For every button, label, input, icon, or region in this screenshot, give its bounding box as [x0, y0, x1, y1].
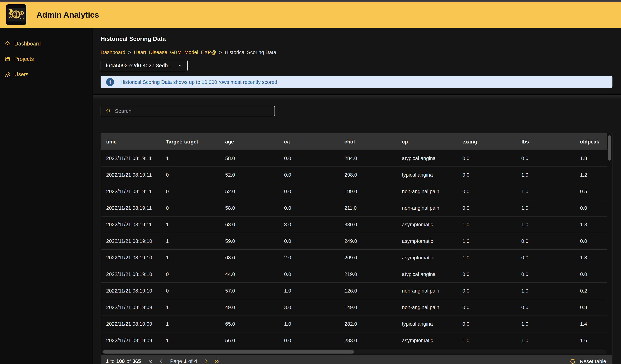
table-cell: 1.8 [580, 222, 607, 227]
table-row: 2022/11/21 08:19:09149.03.0149.0non-angi… [101, 299, 607, 316]
last-page-button[interactable] [213, 358, 221, 364]
table-cell: 284.0 [345, 156, 402, 161]
chevron-right-icon [203, 359, 209, 364]
column-header-age[interactable]: age [225, 139, 284, 145]
range-to: 100 [116, 358, 125, 364]
breadcrumb-link-dashboard[interactable]: Dashboard [101, 50, 125, 55]
table-cell: 49.0 [225, 305, 284, 310]
table-cell: asymptomatic [402, 222, 462, 227]
table-toolbar [93, 100, 621, 116]
table-cell: 0.0 [462, 321, 521, 327]
table-cell: 0.0 [521, 156, 580, 161]
table-cell: 1 [166, 222, 225, 227]
users-icon [4, 71, 10, 77]
table-cell: 58.0 [225, 205, 284, 211]
table-cell: 2022/11/21 08:19:10 [106, 255, 166, 261]
table-cell: non-anginal pain [402, 288, 462, 294]
table-cell: 0.0 [284, 172, 345, 178]
section-divider [93, 94, 621, 100]
column-header-oldpeak[interactable]: oldpeak [580, 139, 607, 145]
table-cell: 1 [166, 238, 225, 244]
sidebar: Dashboard Projects Users [0, 28, 93, 364]
app-header: Admin Analytics [0, 1, 621, 28]
table-cell: non-anginal pain [402, 189, 462, 194]
table-cell: typical angina [402, 172, 462, 178]
table-cell: 1.0 [462, 238, 521, 244]
column-header-cp[interactable]: cp [402, 139, 462, 145]
page-current: 1 [184, 358, 187, 364]
sidebar-item-users[interactable]: Users [0, 69, 93, 79]
table-row: 2022/11/21 08:19:10044.00.0219.0atypical… [101, 266, 607, 283]
scoring-id-dropdown[interactable]: f64a5092-e2d0-402b-8edb-... [101, 60, 188, 71]
info-banner-text: Historical Scoring Data shows up to 10,0… [121, 79, 277, 85]
table-cell: 1.0 [521, 338, 580, 344]
table-cell: 1.4 [580, 321, 607, 327]
reset-table-button[interactable]: Reset table [569, 358, 606, 364]
table-cell: 149.0 [345, 305, 402, 310]
column-header-chol[interactable]: chol [345, 139, 402, 145]
table-cell: atypical angina [402, 271, 462, 277]
table-cell: asymptomatic [402, 338, 462, 344]
table-cell: 0 [166, 271, 225, 277]
horizontal-scrollbar[interactable] [102, 349, 606, 354]
table-cell: 2022/11/21 08:19:09 [106, 305, 166, 310]
table-cell: typical angina [402, 321, 462, 327]
vertical-scrollbar[interactable] [608, 135, 611, 348]
info-icon: i [106, 78, 114, 86]
search-input[interactable] [115, 108, 275, 114]
table-cell: 0.0 [580, 205, 607, 211]
table-cell: 58.0 [225, 156, 284, 161]
table-cell: 2022/11/21 08:19:11 [106, 156, 166, 161]
table-cell: 0.0 [462, 305, 521, 310]
first-page-button[interactable] [147, 358, 155, 364]
window-top-strip [0, 0, 621, 1]
home-icon [4, 41, 10, 47]
table-cell: 0.0 [462, 205, 521, 211]
sidebar-item-projects[interactable]: Projects [0, 54, 93, 64]
table-row: 2022/11/21 08:19:09156.00.0283.0asymptom… [101, 332, 607, 349]
table-row: 2022/11/21 08:19:09165.01.0282.0typical … [101, 316, 607, 332]
dashboard-logo-icon [7, 8, 25, 21]
vertical-scrollbar-thumb[interactable] [608, 135, 611, 160]
sidebar-item-label: Dashboard [14, 41, 41, 47]
double-chevron-right-icon [214, 359, 219, 364]
table-cell: 0 [166, 205, 225, 211]
table-cell: 0.0 [521, 305, 580, 310]
horizontal-scrollbar-thumb[interactable] [103, 350, 354, 354]
table-cell: 126.0 [345, 288, 402, 294]
table-cell: 1.0 [521, 288, 580, 294]
table-cell: 0.0 [521, 238, 580, 244]
sidebar-item-dashboard[interactable]: Dashboard [0, 39, 93, 49]
table-cell: asymptomatic [402, 238, 462, 244]
page-head: Historical Scoring Data Dashboard > Hear… [93, 28, 621, 88]
column-header-exang[interactable]: exang [462, 139, 521, 145]
table-cell: 0.0 [284, 156, 345, 161]
table-cell: 1 [166, 321, 225, 327]
table-row: 2022/11/21 08:19:11058.00.0211.0non-angi… [101, 200, 607, 217]
table-cell: 52.0 [225, 172, 284, 178]
previous-page-button[interactable] [157, 358, 165, 364]
column-header-fbs[interactable]: fbs [521, 139, 580, 145]
table-cell: 1.0 [521, 205, 580, 211]
column-header-target[interactable]: Target: target [166, 139, 225, 145]
column-header-time[interactable]: time [106, 139, 166, 145]
table-cell: 1.8 [580, 255, 607, 261]
next-page-button[interactable] [202, 358, 210, 364]
table-row: 2022/11/21 08:19:11158.00.0284.0atypical… [101, 150, 607, 167]
column-header-ca[interactable]: ca [284, 139, 345, 145]
table-cell: 0.0 [284, 205, 345, 211]
folder-open-icon [4, 56, 10, 62]
table-cell: 0.0 [521, 255, 580, 261]
table-footer: 1 to 100 of 365 Page 1 of 4 [101, 355, 612, 364]
table-cell: 1.0 [521, 189, 580, 194]
table-cell: 1.0 [284, 288, 345, 294]
breadcrumb-link-model[interactable]: Heart_Disease_GBM_Model_EXP@ [134, 50, 216, 55]
table-cell: 0.0 [284, 189, 345, 194]
page-word: Page [170, 358, 182, 364]
table-cell: asymptomatic [402, 255, 462, 261]
breadcrumb-separator: > [219, 50, 222, 55]
table-cell: 249.0 [345, 238, 402, 244]
search-box [101, 106, 275, 116]
table-cell: 0 [166, 172, 225, 178]
main-content: Historical Scoring Data Dashboard > Hear… [93, 28, 621, 364]
